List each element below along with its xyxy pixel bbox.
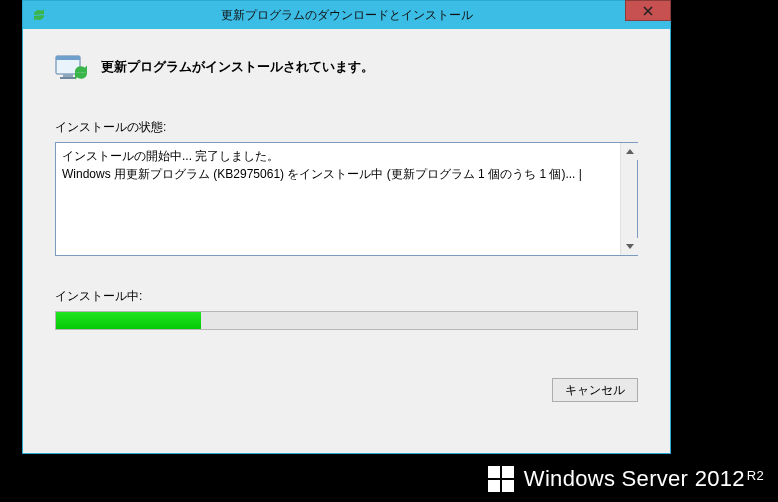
dialog-content: 更新プログラムがインストールされています。 インストールの状態: インストールの… — [23, 29, 670, 418]
svg-rect-7 — [502, 480, 514, 492]
status-log-text: インストールの開始中... 完了しました。 Windows 用更新プログラム (… — [56, 143, 620, 255]
svg-rect-6 — [488, 480, 500, 492]
close-icon — [643, 6, 653, 16]
svg-rect-3 — [60, 77, 76, 79]
os-watermark: Windows Server 2012R2 — [488, 466, 764, 492]
update-icon — [29, 5, 49, 25]
windows-logo-icon — [488, 466, 514, 492]
progress-label: インストール中: — [55, 288, 638, 305]
cancel-button[interactable]: キャンセル — [552, 378, 638, 402]
scroll-up-button[interactable] — [621, 143, 638, 160]
watermark-product: Windows Server 2012 — [524, 466, 745, 491]
status-label: インストールの状態: — [55, 119, 638, 136]
svg-rect-4 — [488, 466, 500, 478]
svg-rect-5 — [502, 466, 514, 478]
header-text: 更新プログラムがインストールされています。 — [101, 58, 374, 76]
svg-rect-2 — [63, 74, 73, 77]
chevron-down-icon — [626, 244, 634, 249]
status-log-box: インストールの開始中... 完了しました。 Windows 用更新プログラム (… — [55, 142, 638, 256]
button-row: キャンセル — [55, 378, 638, 402]
progress-bar — [55, 311, 638, 330]
watermark-suffix: R2 — [747, 468, 764, 483]
scroll-down-button[interactable] — [621, 238, 638, 255]
scrollbar[interactable] — [620, 143, 637, 255]
progress-fill — [56, 312, 201, 329]
header-row: 更新プログラムがインストールされています。 — [55, 55, 638, 79]
chevron-up-icon — [626, 149, 634, 154]
close-button[interactable] — [625, 0, 671, 21]
install-icon — [55, 55, 87, 79]
svg-rect-1 — [56, 56, 80, 60]
titlebar[interactable]: 更新プログラムのダウンロードとインストール — [23, 1, 670, 29]
watermark-text: Windows Server 2012R2 — [524, 466, 764, 492]
update-dialog-window: 更新プログラムのダウンロードとインストール 更新プログラムがインストールされてい… — [22, 0, 671, 454]
window-title: 更新プログラムのダウンロードとインストール — [23, 7, 670, 24]
